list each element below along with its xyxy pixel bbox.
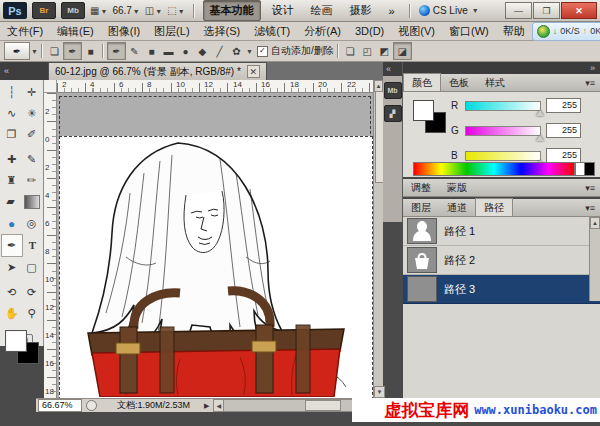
shape-options-dropdown-icon[interactable]: ▼	[246, 48, 253, 55]
magic-wand-tool[interactable]: ✳	[22, 103, 42, 124]
status-flyout-icon[interactable]: ▶	[204, 402, 209, 410]
vertical-scrollbar[interactable]: ▲ ▼	[373, 80, 383, 398]
foreground-color-swatch[interactable]	[5, 330, 27, 352]
document-close-icon[interactable]: ✕	[247, 65, 260, 78]
freeform-pen-tool-button[interactable]: ✎	[126, 43, 143, 59]
menu-view[interactable]: 视图(V)	[391, 24, 442, 39]
dock-collapse-button[interactable]: «	[383, 62, 402, 76]
eyedropper-tool[interactable]: ✐	[22, 124, 42, 145]
shape-tool[interactable]: ▢	[22, 257, 42, 278]
view-extras-icon[interactable]: ▦▼	[90, 5, 107, 16]
menu-layer[interactable]: 图层(L)	[147, 24, 196, 39]
color-spectrum-ramp[interactable]	[413, 162, 575, 176]
tab-adjustments[interactable]: 调整	[403, 179, 439, 196]
workspace-tab-design[interactable]: 设计	[266, 1, 300, 20]
minibridge-panel-icon[interactable]: Mb	[384, 82, 402, 99]
minimize-button[interactable]: —	[505, 2, 532, 19]
exclude-path-button[interactable]: ◪	[393, 42, 412, 60]
path-row-3-selected[interactable]: 路径 3	[403, 275, 600, 304]
menu-analysis[interactable]: 分析(A)	[297, 24, 348, 39]
workspace-overflow-button[interactable]: »	[383, 3, 401, 19]
black-ramp-swatch[interactable]	[584, 162, 595, 176]
ellipse-tool-button[interactable]: ●	[177, 43, 194, 59]
path-row-1[interactable]: 路径 1	[403, 217, 600, 246]
scroll-up-icon[interactable]: ▲	[590, 217, 600, 229]
line-tool-button[interactable]: ╱	[211, 43, 228, 59]
paths-mode-button[interactable]: ✒	[63, 42, 82, 60]
subtract-from-path-button[interactable]: ◰	[359, 43, 376, 59]
menu-select[interactable]: 选择(S)	[197, 24, 248, 39]
scroll-down-icon[interactable]: ▼	[374, 386, 385, 398]
rounded-rectangle-tool-button[interactable]: ▬	[160, 43, 177, 59]
paths-scrollbar[interactable]: ▲	[589, 217, 600, 301]
pen-tool-button[interactable]: ✒	[107, 42, 126, 60]
status-zoom-field[interactable]: 66.67%	[38, 399, 82, 412]
fill-pixels-mode-button[interactable]: ■	[82, 43, 99, 59]
toolbar-collapse-button[interactable]: «	[0, 62, 48, 80]
shape-layers-mode-button[interactable]: ❏	[46, 43, 63, 59]
path-selection-tool[interactable]: ➤	[2, 257, 22, 278]
move-tool[interactable]: ✛	[22, 82, 42, 103]
tab-styles[interactable]: 样式	[477, 74, 513, 91]
menu-image[interactable]: 图像(I)	[101, 24, 147, 39]
tab-masks[interactable]: 蒙版	[439, 179, 475, 196]
green-value-field[interactable]: 255	[546, 123, 581, 138]
current-tool-pen-icon[interactable]: ✒	[4, 42, 30, 60]
brush-presets-panel-icon[interactable]: ▞	[384, 105, 402, 122]
lasso-tool[interactable]: ∿	[2, 103, 22, 124]
blur-tool[interactable]: ●	[2, 213, 22, 234]
zoom-level-dropdown[interactable]: 66.7▼	[112, 5, 139, 16]
network-monitor-widget[interactable]: ↓ 0K/S ↑ 0K/S e	[532, 22, 600, 41]
crop-tool[interactable]: ❐	[2, 124, 22, 145]
add-to-path-button[interactable]: ❏	[342, 43, 359, 59]
scroll-left-icon[interactable]: ◀	[214, 400, 224, 411]
minibridge-button[interactable]: Mb	[61, 2, 85, 19]
horizontal-ruler[interactable]: 2 4 6 8 10 12 14 16 18 20 22	[57, 80, 373, 93]
rectangle-tool-button[interactable]: ■	[143, 43, 160, 59]
marquee-tool[interactable]: ┆	[2, 82, 22, 103]
menu-window[interactable]: 窗口(W)	[442, 24, 496, 39]
menu-edit[interactable]: 编辑(E)	[50, 24, 101, 39]
3d-rotate-tool[interactable]: ⟲	[2, 282, 22, 303]
tab-paths[interactable]: 路径	[475, 198, 513, 216]
bridge-button[interactable]: Br	[32, 2, 56, 19]
eraser-tool[interactable]: ▰	[1, 191, 21, 212]
horizontal-scroll-thumb[interactable]	[305, 400, 341, 411]
menu-help[interactable]: 帮助	[496, 24, 532, 39]
menu-filter[interactable]: 滤镜(T)	[247, 24, 297, 39]
blue-slider[interactable]	[465, 151, 541, 161]
workspace-tab-essentials[interactable]: 基本功能	[203, 0, 261, 21]
polygon-tool-button[interactable]: ◆	[194, 43, 211, 59]
custom-shape-tool-button[interactable]: ✿	[228, 43, 245, 59]
arrange-documents-icon[interactable]: ◫▼	[145, 5, 162, 16]
red-slider[interactable]	[465, 101, 541, 111]
green-slider[interactable]	[465, 126, 541, 136]
red-value-field[interactable]: 255	[546, 98, 581, 113]
tab-swatches[interactable]: 色板	[441, 74, 477, 91]
workspace-tab-photography[interactable]: 摄影	[344, 1, 378, 20]
canvas-viewport[interactable]	[57, 93, 373, 398]
close-button[interactable]: ✕	[561, 2, 597, 19]
workspace-tab-painting[interactable]: 绘画	[305, 1, 339, 20]
dodge-tool[interactable]: ◎	[22, 213, 42, 234]
restore-button[interactable]: ❐	[533, 2, 560, 19]
menu-3d[interactable]: 3D(D)	[348, 25, 391, 37]
foreground-color-swatch[interactable]	[413, 100, 434, 121]
brush-tool[interactable]: ✎	[22, 149, 42, 170]
tab-layers[interactable]: 图层	[403, 199, 439, 216]
panel-menu-icon[interactable]: ▾≡	[585, 78, 600, 91]
type-tool[interactable]: T	[23, 234, 43, 255]
vertical-ruler[interactable]: 2 0 2 4 6 8 10 12 14 16 18	[44, 93, 57, 398]
document-image[interactable]	[59, 136, 373, 398]
tab-color[interactable]: 颜色	[403, 73, 441, 91]
pen-tool[interactable]: ✒	[1, 234, 23, 257]
panel-menu-icon[interactable]: ▾≡	[585, 203, 600, 216]
screen-mode-icon[interactable]: ⬚▼	[167, 5, 184, 16]
menu-file[interactable]: 文件(F)	[0, 24, 50, 39]
slider-marker-icon[interactable]	[536, 135, 544, 141]
zoom-tool[interactable]: ⚲	[22, 303, 42, 324]
hand-tool[interactable]: ✋	[2, 303, 22, 324]
path-row-2[interactable]: 路径 2	[403, 246, 600, 275]
history-brush-tool[interactable]: ✏	[22, 170, 42, 191]
tool-preset-dropdown-icon[interactable]: ▼	[31, 48, 38, 55]
